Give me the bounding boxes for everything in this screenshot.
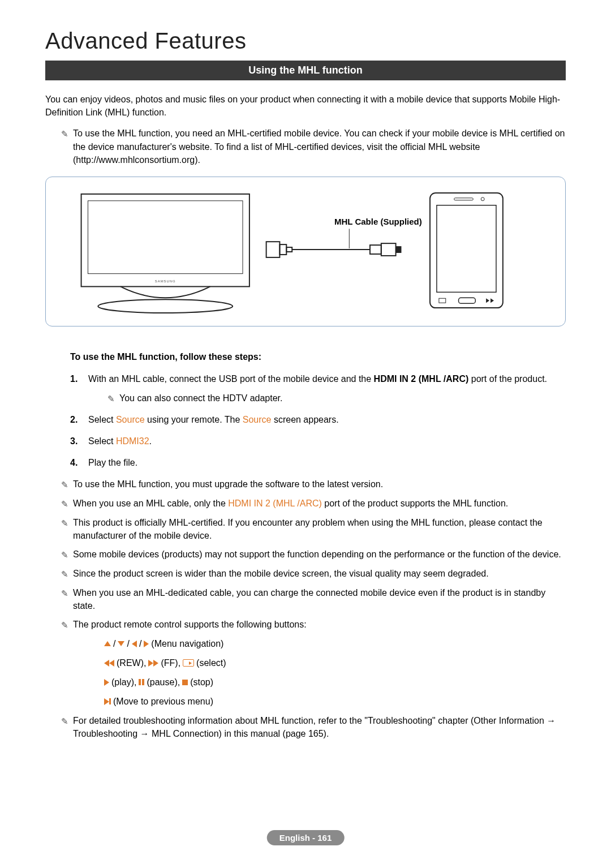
section-title-bar: Using the MHL function — [45, 61, 566, 80]
note-icon: ✎ — [61, 517, 68, 542]
t: port of the product supports the MHL fun… — [322, 499, 508, 508]
arrow-up-icon — [104, 641, 111, 646]
t: (Move to previous menu) — [113, 695, 213, 708]
remote-back-line: (Move to previous menu) — [104, 695, 566, 708]
arrow-down-icon — [118, 641, 124, 646]
note-icon: ✎ — [61, 498, 68, 510]
svg-rect-0 — [81, 194, 249, 287]
step-text: Select Source using your remote. The Sou… — [88, 413, 339, 427]
note-item: ✎ This product is officially MHL-certifi… — [61, 516, 566, 542]
step-text: Play the file. — [88, 456, 137, 470]
svg-rect-14 — [459, 298, 476, 303]
svg-rect-11 — [437, 205, 496, 293]
step-1-subnote-text: You can also connect the HDTV adapter. — [119, 392, 282, 406]
note-text: To use the MHL function, you must upgrad… — [73, 478, 383, 491]
note-item: ✎ When you use an MHL-dedicated cable, y… — [61, 586, 566, 612]
tv-brand-text: SAMSUNG — [155, 279, 176, 282]
pause-icon — [139, 679, 144, 685]
step-1-bold: HDMI IN 2 (MHL /ARC) — [374, 374, 469, 384]
note-icon: ✎ — [61, 619, 68, 631]
play-icon — [104, 679, 109, 686]
sep: / — [127, 637, 129, 651]
top-note-text: To use the MHL function, you need an MHL… — [73, 127, 566, 166]
sep: / — [113, 637, 115, 651]
t: (stop) — [190, 676, 213, 689]
note-item: ✎ For detailed troubleshooting informati… — [61, 714, 566, 740]
steps-list: 1. With an MHL cable, connect the USB po… — [45, 372, 566, 470]
t: (pause), — [147, 676, 180, 689]
note-text: This product is officially MHL-certified… — [73, 516, 566, 542]
note-icon: ✎ — [61, 568, 68, 581]
svg-rect-8 — [396, 246, 402, 253]
cable-label: MHL Cable (Supplied) — [334, 217, 422, 226]
final-note-text: For detailed troubleshooting information… — [73, 714, 566, 740]
note-item: ✎ Some mobile devices (products) may not… — [61, 548, 566, 561]
svg-rect-6 — [370, 245, 381, 254]
select-icon — [183, 659, 194, 667]
note-icon: ✎ — [61, 549, 68, 561]
note-item: ✎ The product remote control supports th… — [61, 618, 566, 631]
step-1-subnote: ✎ You can also connect the HDTV adapter. — [88, 392, 547, 406]
step-number: 4. — [70, 456, 83, 470]
remote-transport-line: (REW), (FF), (select) — [104, 656, 566, 670]
intro-paragraph: You can enjoy videos, photos and music f… — [45, 93, 566, 119]
note-text: When you use an MHL-dedicated cable, you… — [73, 586, 566, 612]
arrow-right-icon — [144, 641, 149, 647]
keyword-hdmi32: HDMI32 — [116, 436, 149, 446]
t: When you use an MHL cable, only the — [73, 499, 228, 508]
note-item: ✎ When you use an MHL cable, only the HD… — [61, 497, 566, 510]
svg-rect-10 — [430, 193, 503, 308]
t: (FF), — [161, 656, 180, 670]
svg-point-13 — [481, 197, 484, 201]
svg-rect-1 — [88, 201, 243, 274]
remote-playback-line: (play), (pause), (stop) — [104, 676, 566, 689]
step-text: With an MHL cable, connect the USB port … — [88, 372, 547, 406]
steps-heading: To use the MHL function, follow these st… — [70, 352, 566, 362]
t: (select) — [196, 656, 226, 670]
svg-rect-12 — [454, 198, 474, 200]
keyword-source: Source — [116, 415, 145, 424]
note-item: ✎ To use the MHL function, you must upgr… — [61, 478, 566, 491]
t: . — [149, 436, 152, 446]
svg-rect-5 — [286, 247, 292, 252]
remote-nav-line: / / / (Menu navigation) — [104, 637, 566, 651]
chapter-title: Advanced Features — [45, 28, 566, 54]
top-note: ✎ To use the MHL function, you need an M… — [45, 127, 566, 166]
step-number: 2. — [70, 413, 83, 427]
notes-list: ✎ To use the MHL function, you must upgr… — [45, 478, 566, 740]
step-3: 3. Select HDMI32. — [70, 435, 566, 448]
rewind-icon — [104, 660, 114, 667]
t: (REW), — [117, 656, 146, 670]
note-text: Since the product screen is wider than t… — [73, 567, 489, 581]
remote-nav-label: (Menu navigation) — [151, 637, 223, 651]
page-footer: English - 161 — [267, 830, 345, 845]
diagram-svg: SAMSUNG — [57, 188, 554, 315]
note-icon: ✎ — [61, 587, 68, 612]
note-text: When you use an MHL cable, only the HDMI… — [73, 497, 508, 510]
keyword-source: Source — [243, 415, 272, 424]
connection-diagram: MHL Cable (Supplied) SAMSUNG — [45, 177, 566, 326]
step-1-pre: With an MHL cable, connect the USB port … — [88, 374, 374, 384]
step-1-post: port of the product. — [468, 374, 547, 384]
t: Select — [88, 436, 116, 446]
back-icon — [104, 698, 111, 705]
fast-forward-icon — [148, 660, 158, 667]
step-number: 1. — [70, 372, 83, 406]
note-icon: ✎ — [61, 715, 68, 740]
t: using your remote. The — [145, 415, 243, 424]
step-4: 4. Play the file. — [70, 456, 566, 470]
note-item: ✎ Since the product screen is wider than… — [61, 567, 566, 581]
svg-rect-3 — [266, 242, 280, 257]
step-2: 2. Select Source using your remote. The … — [70, 413, 566, 427]
remote-buttons-list: / / / (Menu navigation) (REW), (FF), (se… — [61, 637, 566, 708]
svg-rect-7 — [381, 243, 396, 256]
step-1: 1. With an MHL cable, connect the USB po… — [70, 372, 566, 406]
note-icon: ✎ — [107, 393, 115, 406]
note-text: The product remote control supports the … — [73, 618, 307, 631]
note-icon: ✎ — [61, 479, 68, 491]
arrow-left-icon — [132, 641, 137, 647]
note-text: Some mobile devices (products) may not s… — [73, 548, 561, 561]
t: Select — [88, 415, 116, 424]
note-icon: ✎ — [61, 128, 68, 166]
svg-rect-4 — [279, 244, 286, 255]
